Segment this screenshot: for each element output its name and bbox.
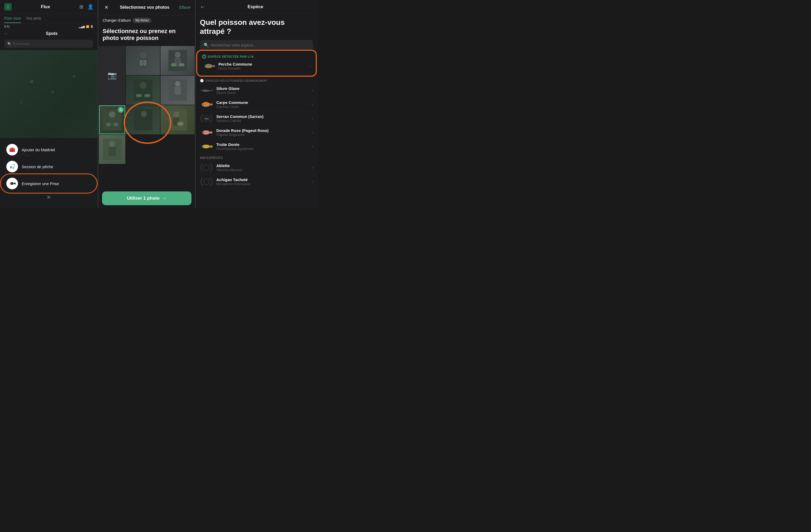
use-photo-button[interactable]: Utiliser 1 photo → xyxy=(102,192,192,205)
silure-glane-latin: Silurus Glanis xyxy=(216,91,312,95)
espece-search-input[interactable] xyxy=(211,43,309,47)
perche-commune-thumbnail xyxy=(202,62,215,70)
achigan-tachete-row[interactable]: Achigan Tacheté Micropterus Punctulatus … xyxy=(196,175,317,189)
photo-cell-6[interactable] xyxy=(126,105,160,134)
espece-back-button[interactable]: ← xyxy=(200,4,205,10)
battery-icon: 🔋 xyxy=(90,25,93,28)
svg-point-32 xyxy=(141,111,147,117)
svg-point-42 xyxy=(204,56,205,56)
svg-rect-12 xyxy=(143,60,147,66)
tab-pour-vous[interactable]: Pour vous xyxy=(4,16,21,23)
dorade-rose-chevron: › xyxy=(312,130,313,135)
photo-cell-3[interactable] xyxy=(126,76,160,105)
photo-grid: 📷 xyxy=(98,46,195,164)
use-photo-label: Utiliser 1 photo xyxy=(127,196,160,201)
close-photo-selector-button[interactable]: ✕ xyxy=(103,4,110,11)
svg-point-60 xyxy=(203,132,203,132)
svg-point-67 xyxy=(204,165,210,170)
perche-commune-chevron: › xyxy=(310,64,311,69)
silure-glane-info: Silure Glane Silurus Glanis xyxy=(216,86,312,95)
achigan-tachete-thumbnail xyxy=(200,178,213,186)
svg-point-14 xyxy=(175,52,181,58)
layers-icon[interactable]: ⊞ xyxy=(79,4,83,10)
svg-rect-30 xyxy=(113,123,118,126)
truite-doree-chevron: › xyxy=(312,144,313,149)
ablette-row[interactable]: Ablette Alburnus Alburnus › xyxy=(196,161,317,175)
serran-commun-row[interactable]: Serran Commun (Sarran) Serranus Cabrilla… xyxy=(196,111,317,126)
silure-glane-row[interactable]: Silure Glane Silurus Glanis › xyxy=(196,83,317,97)
photo-selector-title: Sélectionnez vos photos xyxy=(120,5,169,10)
ablette-info: Ablette Alburnus Alburnus xyxy=(216,163,312,172)
left-panel: Flux ⊞ 👤 Pour vous Vos amis 9:41 ▂▄▆ 📶 🔋… xyxy=(0,0,98,208)
photo-cell-5-selected[interactable]: 1 xyxy=(99,105,125,134)
fish-icon-circle xyxy=(6,178,18,189)
ia-icon xyxy=(202,55,206,59)
photo-cell-2[interactable] xyxy=(160,46,195,75)
dorade-rose-row[interactable]: Dorade Rose (Pageot Rose) Pagellus Bogar… xyxy=(196,126,317,140)
photo-cell-1[interactable] xyxy=(126,46,160,75)
ablette-name: Ablette xyxy=(216,163,312,168)
espece-count-label: 699 ESPÈCES xyxy=(196,154,317,161)
truite-doree-latin: Oncorhynchus Aguabonita xyxy=(216,147,312,151)
espece-scroll-content: Quel poisson avez-vous attrapé ? 🔍 ESPÈC… xyxy=(196,14,317,208)
fish-catch-icon xyxy=(9,181,16,186)
enregistrer-prise-action[interactable]: Enregistrer une Prise xyxy=(0,175,97,192)
left-header: Flux ⊞ 👤 xyxy=(0,0,97,14)
svg-point-7 xyxy=(140,52,146,58)
close-action-menu-button[interactable]: ✕ xyxy=(0,192,97,202)
svg-point-59 xyxy=(203,132,204,133)
hook-icon: 🎣 xyxy=(9,164,15,169)
achigan-tachete-latin: Micropterus Punctulatus xyxy=(216,182,312,186)
svg-point-65 xyxy=(206,145,207,146)
carpe-commune-row[interactable]: Carpe Commune Cyprinus Carpio › xyxy=(196,97,317,111)
photo-cell-7[interactable] xyxy=(160,105,195,134)
achigan-tachete-info: Achigan Tacheté Micropterus Punctulatus xyxy=(216,178,312,186)
spots-back-button[interactable]: ← xyxy=(4,31,8,36)
spots-search-bar[interactable]: 🔍 Recherche... xyxy=(4,40,93,48)
ia-detected-section: ESPÈCE DÉTECTÉE PAR L'IA Perche Com xyxy=(200,52,313,74)
search-icon: 🔍 xyxy=(204,43,209,48)
carpe-commune-info: Carpe Commune Cyprinus Carpio xyxy=(216,100,312,109)
add-material-action[interactable]: 🧰 Ajouter du Matériel xyxy=(0,141,97,158)
svg-rect-40 xyxy=(108,147,116,156)
svg-point-39 xyxy=(109,141,115,147)
use-photo-arrow: → xyxy=(162,196,167,201)
ablette-latin: Alburnus Alburnus xyxy=(216,168,312,172)
photo-cell-8[interactable] xyxy=(99,135,125,164)
tab-vos-amis[interactable]: Vos amis xyxy=(26,16,41,23)
album-name-badge[interactable]: My fishes xyxy=(133,18,152,23)
perche-commune-info: Perche Commune Perca Fluviatilis xyxy=(218,62,310,70)
status-time: 9:41 xyxy=(4,25,10,28)
svg-rect-11 xyxy=(140,60,143,66)
enregistrer-prise-label: Enregistrer une Prise xyxy=(22,181,59,186)
carpe-commune-thumbnail xyxy=(200,100,213,109)
person-icon[interactable]: 👤 xyxy=(88,4,93,10)
svg-point-68 xyxy=(204,179,210,185)
svg-rect-22 xyxy=(144,94,150,97)
album-label: Changer d'album xyxy=(103,18,131,22)
ia-detected-species-row[interactable]: Perche Commune Perca Fluviatilis › xyxy=(202,60,311,72)
svg-point-4 xyxy=(20,102,22,104)
svg-point-2 xyxy=(51,91,54,94)
dorade-rose-info: Dorade Rose (Pageot Rose) Pagellus Bogar… xyxy=(216,128,312,137)
camera-icon: 📷 xyxy=(108,71,117,80)
svg-point-46 xyxy=(206,65,206,66)
perche-commune-latin: Perca Fluviatilis xyxy=(218,67,310,70)
header-icons: ⊞ 👤 xyxy=(79,4,93,10)
svg-point-51 xyxy=(202,90,202,90)
espece-search-bar[interactable]: 🔍 xyxy=(200,40,313,50)
album-row: Changer d'album My fishes xyxy=(98,15,195,26)
toolbox-icon-circle: 🧰 xyxy=(6,144,18,155)
effacer-button[interactable]: Effacer xyxy=(179,5,191,10)
truite-doree-row[interactable]: Truite Dorée Oncorhynchus Aguabonita › xyxy=(196,140,317,154)
svg-rect-21 xyxy=(136,94,142,97)
svg-point-1 xyxy=(30,80,33,83)
svg-point-19 xyxy=(140,82,147,89)
session-peche-action[interactable]: 🎣 Session de pêche xyxy=(0,158,97,175)
search-icon: 🔍 xyxy=(7,42,11,46)
svg-point-63 xyxy=(202,146,203,146)
app-logo[interactable] xyxy=(4,3,12,11)
espece-main-title: Quel poisson avez-vous attrapé ? xyxy=(196,14,317,38)
photo-cell-4[interactable] xyxy=(160,76,195,105)
camera-cell[interactable]: 📷 xyxy=(99,46,125,105)
